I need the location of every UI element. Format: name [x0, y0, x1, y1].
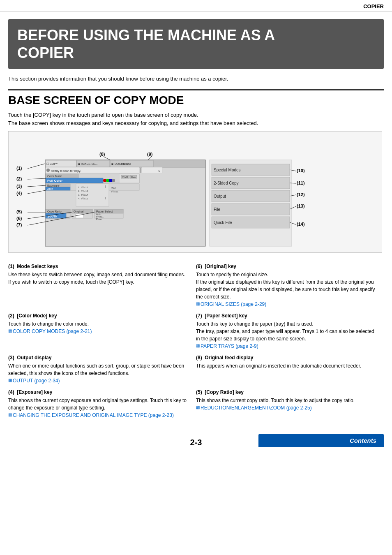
svg-point-21 [103, 179, 106, 182]
svg-point-11 [46, 169, 50, 172]
link-reduction-enlargement[interactable]: ▩ REDUCTION/ENLARGEMENT/ZOOM (page 2-25) [196, 404, 379, 412]
desc-item-2: (2) [Color Mode] key Touch this to chang… [8, 310, 196, 352]
svg-text:Plain: Plain [111, 187, 116, 189]
desc-item-8: (8) Original feed display This appears w… [196, 352, 384, 387]
svg-text:Original: Original [74, 210, 84, 213]
svg-text:Output: Output [214, 194, 226, 199]
link-color-copy-modes[interactable]: ▩ COLOR COPY MODES (page 2-21) [8, 328, 191, 335]
link-original-sizes[interactable]: ▩ ORIGINAL SIZES (page 2-29) [196, 301, 379, 308]
svg-text:2-Sided Copy: 2-Sided Copy [214, 181, 239, 185]
svg-text:(6): (6) [16, 216, 22, 221]
desc-item-1: (1) Mode Select keys Use these keys to s… [8, 261, 196, 310]
svg-text:(8): (8) [99, 152, 105, 157]
svg-text:Copy Ratio: Copy Ratio [47, 210, 62, 213]
svg-text:File: File [214, 207, 221, 212]
contents-button[interactable]: Contents [258, 434, 384, 447]
svg-text:Full Color: Full Color [47, 179, 62, 183]
svg-rect-37 [105, 185, 106, 188]
title-block: BEFORE USING THE MACHINE AS A COPIER [8, 19, 384, 69]
svg-text:Special Modes: Special Modes [214, 168, 241, 172]
link-paper-trays[interactable]: ▩ PAPER TRAYS (page 2-9) [196, 342, 379, 350]
svg-text:4. 8½x11: 4. 8½x11 [78, 197, 88, 200]
svg-point-22 [106, 179, 109, 182]
svg-text:Auto: Auto [47, 187, 53, 190]
svg-text:Plain: Plain [131, 176, 136, 178]
link-changing-exposure[interactable]: ▩ CHANGING THE EXPOSURE AND ORIGINAL IMA… [8, 412, 191, 419]
header-title: COPIER [363, 3, 384, 9]
svg-text:1. 8½x11: 1. 8½x11 [78, 186, 88, 189]
descriptions-grid: (1) Mode Select keys Use these keys to s… [8, 261, 384, 421]
diagram-wrapper: ☐ COPY ▣ IMAGE SE... ▣ DOCUMENT FILING R… [8, 131, 384, 254]
svg-rect-15 [140, 168, 141, 173]
desc-item-6: (6) [Original] key Touch to specify the … [196, 261, 384, 310]
svg-point-24 [112, 179, 115, 182]
svg-text:(11): (11) [297, 180, 305, 185]
svg-text:8½x11: 8½x11 [111, 190, 119, 193]
svg-text:FILING: FILING [121, 162, 131, 165]
svg-text:☐ COPY: ☐ COPY [46, 162, 58, 165]
svg-text:(3): (3) [16, 184, 22, 189]
page-header: COPIER [0, 0, 392, 12]
svg-text:2. 8½x11: 2. 8½x11 [78, 190, 88, 192]
page-number: 2-3 [134, 438, 259, 447]
svg-text:(5): (5) [16, 209, 22, 214]
intro-text: This section provides information that y… [8, 76, 384, 82]
svg-text:(2): (2) [16, 176, 22, 181]
svg-point-23 [109, 179, 112, 182]
svg-text:Quick File: Quick File [214, 220, 232, 225]
diagram-container: ☐ COPY ▣ IMAGE SE... ▣ DOCUMENT FILING R… [8, 131, 384, 254]
main-title: BEFORE USING THE MACHINE AS A COPIER [17, 26, 375, 62]
svg-rect-66 [212, 204, 290, 215]
desc-item-3: (3) Output display When one or more outp… [8, 352, 196, 387]
section-intro: Touch the [COPY] key in the touch panel … [8, 111, 384, 127]
svg-text:0: 0 [159, 169, 161, 173]
svg-text:(12): (12) [297, 192, 305, 197]
svg-text:Color Mode: Color Mode [47, 175, 62, 178]
diagram-svg: ☐ COPY ▣ IMAGE SE... ▣ DOCUMENT FILING R… [8, 131, 382, 254]
svg-text:(7): (7) [16, 222, 22, 227]
section-title-block: BASE SCREEN OF COPY MODE [8, 94, 384, 107]
desc-item-7: (7) [Paper Select] key Touch this key to… [196, 310, 384, 352]
svg-text:Plain: Plain [96, 218, 101, 220]
svg-text:100%: 100% [47, 214, 57, 218]
svg-text:3. 8½x14: 3. 8½x14 [78, 194, 88, 196]
svg-text:8½x11: 8½x11 [122, 176, 128, 178]
svg-rect-41 [105, 197, 106, 199]
svg-text:Ready to scan for copy.: Ready to scan for copy. [51, 169, 81, 173]
desc-item-4: (4) [Exposure] key This shows the curren… [8, 387, 196, 421]
desc-item-5: (5) [Copy Ratio] key This shows the curr… [196, 387, 384, 421]
svg-text:(4): (4) [16, 191, 22, 196]
svg-text:(14): (14) [297, 222, 305, 227]
svg-text:▣ IMAGE SE...: ▣ IMAGE SE... [78, 162, 98, 165]
svg-text:(9): (9) [147, 152, 153, 157]
svg-text:(13): (13) [297, 204, 305, 208]
section-divider [8, 89, 384, 90]
link-output[interactable]: ▩ OUTPUT (page 2-34) [8, 377, 191, 384]
section-title: BASE SCREEN OF COPY MODE [8, 94, 384, 107]
svg-text:(10): (10) [297, 168, 305, 173]
svg-text:(1): (1) [16, 166, 22, 171]
